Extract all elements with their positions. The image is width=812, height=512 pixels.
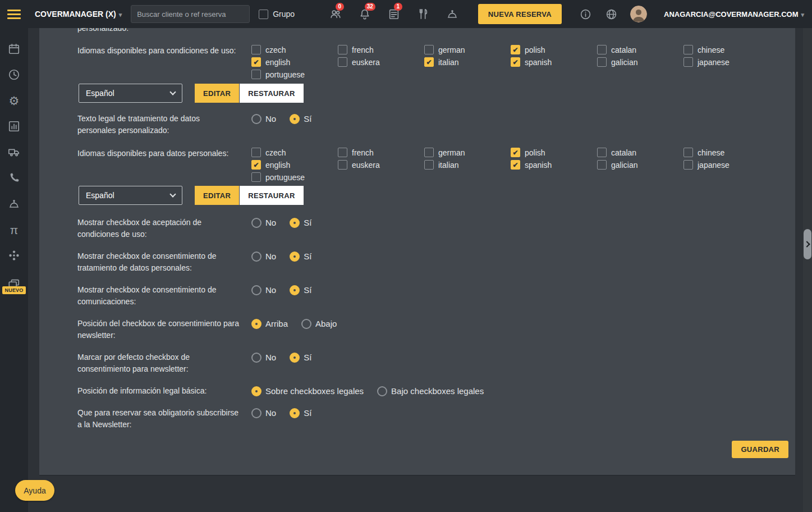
language-option-czech[interactable]: czech bbox=[251, 45, 338, 54]
radio-option-sí[interactable]: Sí bbox=[290, 218, 311, 228]
language-option-chinese[interactable]: chinese bbox=[683, 148, 770, 157]
checkbox-unchecked-icon[interactable] bbox=[424, 45, 434, 54]
language-select[interactable]: Español bbox=[79, 84, 182, 103]
language-option-euskera[interactable]: euskera bbox=[338, 57, 424, 67]
radio-option-no[interactable]: No bbox=[251, 285, 276, 295]
radio-selected-icon[interactable] bbox=[251, 319, 262, 329]
walkin-people-icon[interactable]: 0 bbox=[329, 7, 342, 21]
language-option-japanese[interactable]: japanese bbox=[683, 57, 770, 67]
checkbox-checked-icon[interactable]: ✔ bbox=[424, 57, 434, 67]
phone-icon[interactable] bbox=[0, 165, 28, 191]
radio-option-no[interactable]: No bbox=[251, 218, 276, 228]
radio-option-sí[interactable]: Sí bbox=[290, 408, 311, 418]
integrations-icon[interactable] bbox=[0, 243, 28, 268]
checkbox-unchecked-icon[interactable] bbox=[251, 45, 261, 54]
calendar-icon[interactable] bbox=[0, 36, 28, 62]
checkbox-checked-icon[interactable]: ✔ bbox=[511, 57, 520, 67]
editar-button[interactable]: EDITAR bbox=[195, 84, 239, 103]
radio-unselected-icon[interactable] bbox=[251, 285, 262, 295]
hamburger-menu-icon[interactable] bbox=[0, 0, 28, 28]
checkbox-unchecked-icon[interactable] bbox=[683, 160, 693, 170]
editar-button[interactable]: EDITAR bbox=[195, 186, 239, 205]
checkbox-unchecked-icon[interactable] bbox=[251, 148, 261, 157]
help-button[interactable]: Ayuda bbox=[15, 480, 54, 501]
language-option-french[interactable]: french bbox=[338, 148, 424, 157]
language-option-catalan[interactable]: catalan bbox=[597, 148, 683, 157]
checkbox-unchecked-icon[interactable] bbox=[251, 70, 261, 79]
language-option-french[interactable]: french bbox=[338, 45, 424, 54]
checkbox-unchecked-icon[interactable] bbox=[597, 57, 607, 67]
radio-option-sí[interactable]: Sí bbox=[290, 353, 311, 363]
radio-unselected-icon[interactable] bbox=[377, 386, 387, 396]
checkbox-unchecked-icon[interactable] bbox=[424, 148, 434, 157]
checkbox-unchecked-icon[interactable] bbox=[259, 10, 268, 19]
checkbox-unchecked-icon[interactable] bbox=[597, 45, 607, 54]
radio-option-no[interactable]: No bbox=[251, 408, 276, 418]
brand-selector[interactable]: COVERMANAGER (X)▾ bbox=[35, 10, 122, 19]
radio-option-sobre-checkboxes-legales[interactable]: Sobre checkboxes legales bbox=[251, 386, 364, 396]
checkbox-unchecked-icon[interactable] bbox=[424, 160, 434, 170]
checkbox-checked-icon[interactable]: ✔ bbox=[511, 45, 520, 54]
info-icon[interactable] bbox=[579, 7, 592, 21]
language-option-portuguese[interactable]: portuguese bbox=[251, 172, 338, 182]
checkbox-checked-icon[interactable]: ✔ bbox=[251, 160, 261, 170]
radio-option-bajo-checkboxes-legales[interactable]: Bajo checkboxes legales bbox=[377, 386, 484, 396]
checkbox-unchecked-icon[interactable] bbox=[338, 160, 347, 170]
service-bell-icon[interactable] bbox=[0, 191, 28, 217]
tables-icon[interactable]: π bbox=[0, 217, 28, 243]
language-option-english[interactable]: ✔english bbox=[251, 57, 338, 67]
vertical-scrollbar[interactable] bbox=[803, 28, 812, 512]
language-option-catalan[interactable]: catalan bbox=[597, 45, 683, 54]
radio-option-no[interactable]: No bbox=[251, 114, 276, 124]
language-option-galician[interactable]: galician bbox=[597, 57, 683, 67]
radio-option-sí[interactable]: Sí bbox=[290, 252, 311, 262]
language-option-italian[interactable]: ✔italian bbox=[424, 57, 511, 67]
language-option-spanish[interactable]: ✔spanish bbox=[511, 160, 597, 170]
language-option-czech[interactable]: czech bbox=[251, 148, 338, 157]
radio-selected-icon[interactable] bbox=[290, 114, 300, 124]
restaurar-button[interactable]: RESTAURAR bbox=[240, 84, 303, 103]
language-option-galician[interactable]: galician bbox=[597, 160, 683, 170]
radio-selected-icon[interactable] bbox=[290, 408, 300, 418]
language-option-polish[interactable]: ✔polish bbox=[511, 45, 597, 54]
radio-option-no[interactable]: No bbox=[251, 353, 276, 363]
language-option-german[interactable]: german bbox=[424, 45, 511, 54]
checkbox-unchecked-icon[interactable] bbox=[683, 57, 693, 67]
radio-unselected-icon[interactable] bbox=[301, 319, 311, 329]
radio-selected-icon[interactable] bbox=[251, 386, 262, 396]
scrollbar-thumb[interactable] bbox=[804, 229, 811, 259]
language-option-portuguese[interactable]: portuguese bbox=[251, 70, 338, 79]
checkbox-checked-icon[interactable]: ✔ bbox=[511, 148, 520, 157]
language-option-italian[interactable]: italian bbox=[424, 160, 511, 170]
radio-option-sí[interactable]: Sí bbox=[290, 285, 311, 295]
language-option-japanese[interactable]: japanese bbox=[683, 160, 770, 170]
ticket-icon[interactable]: NUEVO bbox=[0, 268, 28, 303]
expand-panel-chevron-icon[interactable] bbox=[804, 241, 810, 247]
radio-unselected-icon[interactable] bbox=[251, 408, 262, 418]
radio-unselected-icon[interactable] bbox=[251, 252, 262, 262]
service-bell-icon[interactable] bbox=[446, 7, 459, 21]
checkbox-unchecked-icon[interactable] bbox=[683, 148, 693, 157]
checkbox-unchecked-icon[interactable] bbox=[597, 160, 607, 170]
checkbox-unchecked-icon[interactable] bbox=[338, 148, 347, 157]
nueva-reserva-button[interactable]: NUEVA RESERVA bbox=[478, 4, 562, 24]
radio-option-sí[interactable]: Sí bbox=[290, 114, 311, 124]
radio-selected-icon[interactable] bbox=[290, 218, 300, 228]
restaurant-icon[interactable] bbox=[416, 7, 430, 21]
restaurar-button[interactable]: RESTAURAR bbox=[240, 186, 303, 205]
radio-selected-icon[interactable] bbox=[290, 252, 300, 262]
language-option-spanish[interactable]: ✔spanish bbox=[511, 57, 597, 67]
checkbox-unchecked-icon[interactable] bbox=[683, 45, 693, 54]
radio-option-arriba[interactable]: Arriba bbox=[251, 319, 288, 329]
language-select[interactable]: Español bbox=[79, 186, 182, 205]
checkbox-checked-icon[interactable]: ✔ bbox=[251, 57, 261, 67]
gear-icon[interactable]: ⚙ bbox=[0, 88, 28, 113]
reservation-list-icon[interactable]: 1 bbox=[387, 7, 401, 21]
language-option-euskera[interactable]: euskera bbox=[338, 160, 424, 170]
radio-option-abajo[interactable]: Abajo bbox=[301, 319, 337, 329]
globe-icon[interactable] bbox=[604, 7, 618, 21]
language-option-english[interactable]: ✔english bbox=[251, 160, 338, 170]
notifications-bell-icon[interactable]: 32 bbox=[358, 7, 371, 21]
truck-icon[interactable] bbox=[0, 139, 28, 165]
guardar-button[interactable]: GUARDAR bbox=[732, 441, 788, 458]
